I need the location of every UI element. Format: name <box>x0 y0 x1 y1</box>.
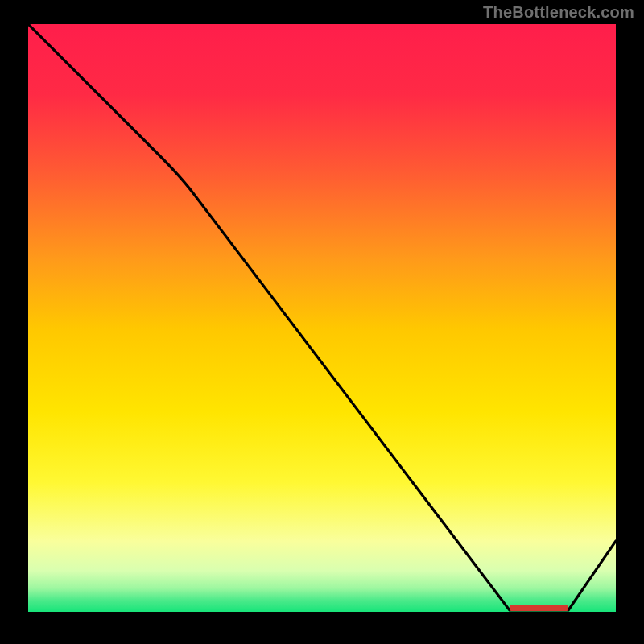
plot-area <box>28 24 616 612</box>
chart-frame: TheBottleneck.com <box>0 0 644 644</box>
watermark-text: TheBottleneck.com <box>483 3 634 22</box>
chart-svg <box>28 24 616 612</box>
optimal-range-marker <box>510 605 568 611</box>
